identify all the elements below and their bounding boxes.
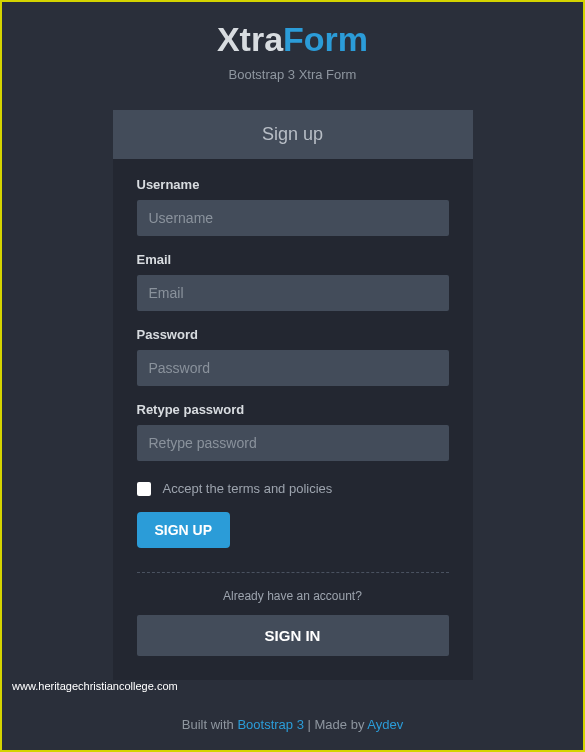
retype-label: Retype password — [137, 402, 449, 417]
email-input[interactable] — [137, 275, 449, 311]
password-input[interactable] — [137, 350, 449, 386]
subtitle: Bootstrap 3 Xtra Form — [229, 67, 357, 82]
footer-bootstrap-link[interactable]: Bootstrap 3 — [237, 717, 304, 732]
logo-part1: Xtra — [217, 20, 283, 58]
retype-input[interactable] — [137, 425, 449, 461]
terms-label: Accept the terms and policies — [163, 481, 333, 496]
terms-checkbox[interactable] — [137, 482, 151, 496]
logo-part2: Form — [283, 20, 368, 58]
username-label: Username — [137, 177, 449, 192]
footer: Built with Bootstrap 3 | Made by Aydev — [2, 717, 583, 732]
signin-button[interactable]: SIGN IN — [137, 615, 449, 656]
password-label: Password — [137, 327, 449, 342]
email-label: Email — [137, 252, 449, 267]
terms-checkbox-group[interactable]: Accept the terms and policies — [137, 481, 449, 496]
footer-built-with: Built with — [182, 717, 238, 732]
watermark: www.heritagechristiancollege.com — [12, 680, 178, 692]
footer-author-link[interactable]: Aydev — [367, 717, 403, 732]
retype-group: Retype password — [137, 402, 449, 461]
username-input[interactable] — [137, 200, 449, 236]
divider — [137, 572, 449, 573]
form-body: Username Email Password Retype password … — [113, 159, 473, 680]
form-header: Sign up — [113, 110, 473, 159]
signup-button[interactable]: SIGN UP — [137, 512, 231, 548]
password-group: Password — [137, 327, 449, 386]
already-have-account-text: Already have an account? — [137, 589, 449, 603]
logo: XtraForm — [217, 20, 368, 59]
email-group: Email — [137, 252, 449, 311]
username-group: Username — [137, 177, 449, 236]
footer-separator: | — [304, 717, 315, 732]
footer-made-by: Made by — [315, 717, 368, 732]
signup-form-card: Sign up Username Email Password Retype p… — [113, 110, 473, 680]
